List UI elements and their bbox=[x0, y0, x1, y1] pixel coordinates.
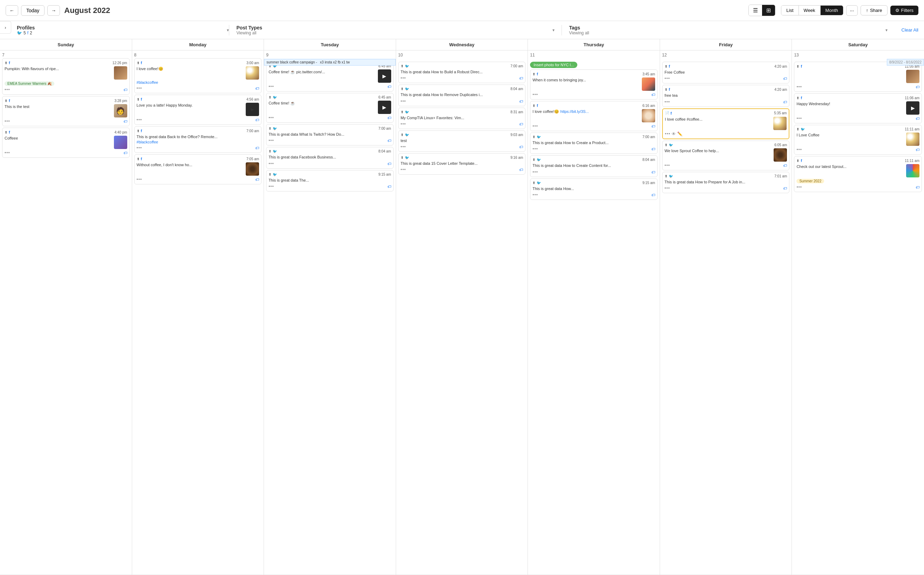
post-menu-f5[interactable]: ••• bbox=[665, 186, 670, 191]
today-button[interactable]: Today bbox=[21, 5, 44, 16]
tag-icon-t3[interactable]: 🏷 bbox=[387, 138, 391, 143]
list-view-toggle[interactable]: ☰ bbox=[749, 5, 762, 16]
tag-icon-w3[interactable]: 🏷 bbox=[519, 122, 523, 126]
tag-icon-sa4[interactable]: 🏷 bbox=[916, 185, 919, 189]
prev-button[interactable]: ← bbox=[6, 5, 18, 16]
list-item[interactable]: ⬆ f 11:06 am Happy Wednesday! ▶ ••• 🏷 bbox=[794, 93, 922, 124]
list-item[interactable]: ⬆ 🐦 11:11 am I Love Coffee ••• 🏷 bbox=[794, 125, 922, 155]
list-period-btn[interactable]: List bbox=[781, 6, 799, 15]
tag-icon-m1[interactable]: 🏷 bbox=[255, 86, 259, 91]
tag-icon-f4[interactable]: 🏷 bbox=[783, 164, 787, 168]
share-button[interactable]: ↑ Share bbox=[861, 5, 887, 16]
post-menu-m3[interactable]: ••• bbox=[137, 146, 142, 151]
list-item[interactable]: 📄 f 5:35 am I love coffee #coffee... •••… bbox=[662, 108, 790, 139]
post-menu-sa3[interactable]: ••• bbox=[796, 147, 802, 152]
post-menu-t1[interactable]: ••• bbox=[268, 84, 274, 89]
post-menu-sa1[interactable]: ••• bbox=[796, 84, 802, 89]
post-menu-th5[interactable]: ••• bbox=[533, 192, 538, 197]
post-menu-m1[interactable]: ••• bbox=[137, 86, 142, 91]
tag-icon-t1[interactable]: 🏷 bbox=[387, 84, 391, 89]
tag-icon-m3[interactable]: 🏷 bbox=[255, 146, 259, 150]
month-period-btn[interactable]: Month bbox=[821, 6, 843, 15]
tag-icon-w2[interactable]: 🏷 bbox=[519, 99, 523, 103]
list-item[interactable]: ⬆ f 4:56 am Love you a latte! Happy Mond… bbox=[134, 95, 262, 125]
post-menu-w2[interactable]: ••• bbox=[401, 99, 406, 104]
post-menu-th3[interactable]: ••• bbox=[533, 146, 538, 151]
post-menu-th4[interactable]: ••• bbox=[533, 170, 538, 175]
insert-photo-button[interactable]: Insert photo for NYC l... bbox=[530, 62, 577, 68]
list-item[interactable]: ⬆ 🐦 7:00 am This is great data How to Cr… bbox=[530, 132, 658, 154]
week-period-btn[interactable]: Week bbox=[799, 6, 821, 15]
tag-icon-w4[interactable]: 🏷 bbox=[519, 145, 523, 149]
tag-icon-sa2[interactable]: 🏷 bbox=[916, 116, 919, 121]
tag-icon-s1[interactable]: 🏷 bbox=[124, 87, 127, 92]
tag-icon-w5[interactable]: 🏷 bbox=[519, 168, 523, 172]
list-item[interactable]: ⬆ 🐦 9:03 am test ••• 🏷 bbox=[398, 130, 526, 152]
tag-icon-t4[interactable]: 🏷 bbox=[387, 162, 391, 166]
tag-icon-t5[interactable]: 🏷 bbox=[387, 184, 391, 189]
post-menu-f2[interactable]: ••• bbox=[665, 100, 670, 105]
tag-icon-m2[interactable]: 🏷 bbox=[255, 118, 259, 122]
view-icon-f3[interactable]: 👁 bbox=[672, 132, 676, 137]
post-menu-w4[interactable]: ••• bbox=[401, 145, 406, 149]
list-item[interactable]: ⬆ 🐦 7:00 am This is great data How to Bu… bbox=[398, 62, 526, 83]
list-item[interactable]: ⬆ 🐦 8:04 am This is great data Facebook … bbox=[266, 147, 394, 168]
list-item[interactable]: ⬆ 🐦 8:31 am My CompTIA Linux+ Favorites:… bbox=[398, 108, 526, 129]
post-menu-sa4[interactable]: ••• bbox=[796, 185, 802, 190]
post-menu-m2[interactable]: ••• bbox=[137, 118, 142, 122]
list-item[interactable]: ⬆ f 12:26 pm Pumpkin: With flavours of r… bbox=[2, 58, 130, 95]
list-item[interactable]: ⬆ 🐦 7:01 am This is great data How to Pr… bbox=[662, 172, 790, 193]
post-menu-s3[interactable]: ••• bbox=[5, 151, 10, 155]
tag-icon-th5[interactable]: 🏷 bbox=[651, 193, 655, 197]
post-menu-t3[interactable]: ••• bbox=[268, 138, 274, 143]
list-item[interactable]: ⬆ f 7:05 am Without coffee, I don't know… bbox=[134, 154, 262, 184]
post-types-filter[interactable]: Post Types Viewing all ▾ bbox=[229, 25, 562, 35]
list-item[interactable]: ⬆ 🐦 6:45 am Coffee time! ☕ ▶ ••• 🏷 bbox=[266, 93, 394, 123]
list-item[interactable]: ⬆ f 7:00 am This is great data Back to t… bbox=[134, 126, 262, 153]
grid-view-toggle[interactable]: ⊞ bbox=[762, 5, 775, 16]
post-menu-t4[interactable]: ••• bbox=[268, 161, 274, 166]
list-item[interactable]: ⬆ f 6:16 am I love coffee!😊 https://bit.… bbox=[530, 101, 658, 131]
list-item[interactable]: ⬆ f 4:40 pm Coffeee ••• 🏷 bbox=[2, 128, 130, 158]
tag-icon-th2[interactable]: 🏷 bbox=[651, 124, 655, 128]
tag-icon-sa1[interactable]: 🏷 bbox=[916, 85, 919, 89]
profiles-filter[interactable]: Profiles 🐦 5 f 2 ▾ bbox=[6, 25, 229, 35]
tag-icon-f2[interactable]: 🏷 bbox=[783, 100, 787, 104]
post-menu-t2[interactable]: ••• bbox=[268, 115, 274, 120]
filters-button[interactable]: ⚙ Filters bbox=[890, 6, 918, 15]
list-item[interactable]: ⬆ f 4:20 am Free Coffee ••• 🏷 bbox=[662, 62, 790, 83]
list-item[interactable]: ⬆ 🐦 9:15 am This is great data How... ••… bbox=[530, 178, 658, 200]
list-item[interactable]: ⬆ 🐦 9:16 am This is great data 15 Cover … bbox=[398, 153, 526, 175]
list-item[interactable]: ⬆ f 11:11 am Check out our latest Sprout… bbox=[794, 156, 922, 192]
tag-icon-f5[interactable]: 🏷 bbox=[783, 186, 787, 191]
post-menu-w3[interactable]: ••• bbox=[401, 122, 406, 127]
campaign-banner[interactable]: summer black coffee campaign - x3 insta … bbox=[264, 59, 396, 65]
list-item[interactable]: ⬆ f 4:20 am free tea ••• 🏷 bbox=[662, 85, 790, 106]
tag-icon-w1[interactable]: 🏷 bbox=[519, 76, 523, 80]
tag-icon-sa3[interactable]: 🏷 bbox=[916, 148, 919, 152]
tag-icon-m4[interactable]: 🏷 bbox=[255, 178, 259, 182]
post-menu-s1[interactable]: ••• bbox=[5, 87, 10, 92]
post-menu-m4[interactable]: ••• bbox=[137, 177, 142, 182]
tag-icon-s2[interactable]: 🏷 bbox=[124, 119, 127, 124]
post-menu-w1[interactable]: ••• bbox=[401, 76, 406, 81]
list-item[interactable]: ⬆ 🐦 8:04 am This is great data How to Re… bbox=[398, 84, 526, 106]
list-item[interactable]: ⬆ f 11:05 am ••• 🏷 bbox=[794, 62, 922, 92]
tag-icon-th1[interactable]: 🏷 bbox=[651, 92, 655, 97]
edit-icon-f3[interactable]: ✏️ bbox=[677, 132, 683, 137]
sidebar-toggle[interactable]: › bbox=[0, 21, 11, 34]
tag-icon-th3[interactable]: 🏷 bbox=[651, 147, 655, 151]
list-item[interactable]: ⬆ f 3:00 am I love coffee!😊 #blackcoffee… bbox=[134, 58, 262, 93]
post-menu-t5[interactable]: ••• bbox=[268, 184, 274, 189]
more-button[interactable]: ··· bbox=[846, 5, 858, 16]
post-menu-f3[interactable]: ••• bbox=[665, 132, 670, 137]
tags-filter[interactable]: Tags Viewing all ▾ bbox=[562, 25, 894, 35]
list-item[interactable]: ⬆ 🐦 6:05 am We love Sprout Coffee to hel… bbox=[662, 141, 790, 170]
tag-icon-t2[interactable]: 🏷 bbox=[387, 116, 391, 120]
list-item[interactable]: ⬆ f 3:28 pm This is the test 🧑 ••• 🏷 bbox=[2, 96, 130, 126]
tag-icon-f1[interactable]: 🏷 bbox=[783, 76, 787, 81]
tag-icon-s3[interactable]: 🏷 bbox=[124, 151, 127, 155]
list-item[interactable]: ⬆ 🐦 6:45 am Coffee time! ☕ pic.twitter.c… bbox=[266, 62, 394, 92]
tag-icon-th4[interactable]: 🏷 bbox=[651, 170, 655, 174]
post-menu-w5[interactable]: ••• bbox=[401, 167, 406, 172]
